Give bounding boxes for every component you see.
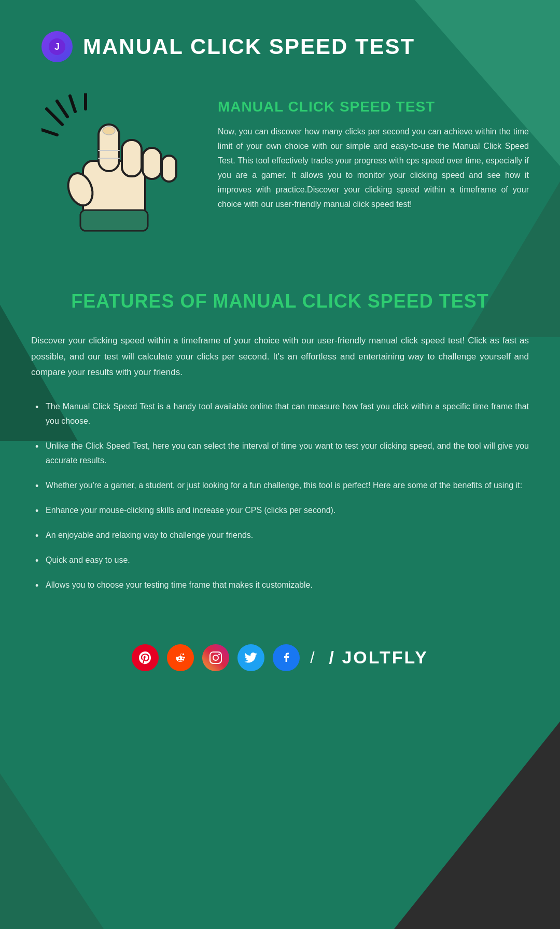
svg-line-2 [47,109,62,124]
features-intro: Discover your clicking speed within a ti… [31,333,529,381]
list-item: Allows you to choose your testing time f… [31,578,529,592]
list-item: Quick and easy to use. [31,553,529,567]
list-item: Whether you're a gamer, a student, or ju… [31,478,529,493]
click-hand-illustration [41,93,187,239]
svg-point-20 [218,654,220,655]
footer-separator: / [310,649,314,667]
list-item: Enhance your mouse-clicking skills and i… [31,503,529,518]
bg-shape-bottom-right [394,722,560,929]
instagram-icon[interactable] [202,644,229,671]
logo-svg: J [48,37,66,56]
footer-brand: / JOLTFLY [329,647,428,668]
svg-rect-13 [80,210,148,231]
list-item: An enjoyable and relaxing way to challen… [31,528,529,543]
hero-body-text: Now, you can discover how many clicks pe… [218,124,529,212]
svg-rect-11 [162,156,176,182]
logo-icon: J [41,31,73,62]
list-item: Unlike the Click Speed Test, here you ca… [31,439,529,468]
hero-subtitle: MANUAL CLICK SPEED TEST [218,99,529,115]
hero-content: MANUAL CLICK SPEED TEST Now, you can dis… [218,93,529,212]
header: J MANUAL CLICK SPEED TEST [0,0,560,83]
bg-shape-bottom-left [0,773,104,929]
twitter-icon[interactable] [237,644,264,671]
page-wrapper: J MANUAL CLICK SPEED TEST [0,0,560,929]
svg-point-19 [213,655,218,660]
features-section: FEATURES OF MANUAL CLICK SPEED TEST Disc… [0,270,560,623]
svg-line-3 [41,130,57,135]
features-title: FEATURES OF MANUAL CLICK SPEED TEST [31,290,529,312]
svg-text:J: J [54,41,60,52]
page-title: MANUAL CLICK SPEED TEST [83,34,415,59]
svg-line-5 [70,96,75,112]
svg-rect-9 [122,140,142,176]
features-list: The Manual Click Speed Test is a handy t… [31,399,529,592]
facebook-icon[interactable] [273,644,300,671]
hero-section: MANUAL CLICK SPEED TEST Now, you can dis… [0,83,560,270]
hero-image [31,93,197,239]
reddit-icon[interactable] [167,644,194,671]
svg-rect-18 [210,652,221,663]
svg-rect-10 [143,148,161,179]
footer: / / JOLTFLY [0,623,560,702]
pinterest-icon[interactable] [132,644,159,671]
list-item: The Manual Click Speed Test is a handy t… [31,399,529,428]
svg-point-16 [103,127,115,135]
svg-line-4 [57,101,67,117]
